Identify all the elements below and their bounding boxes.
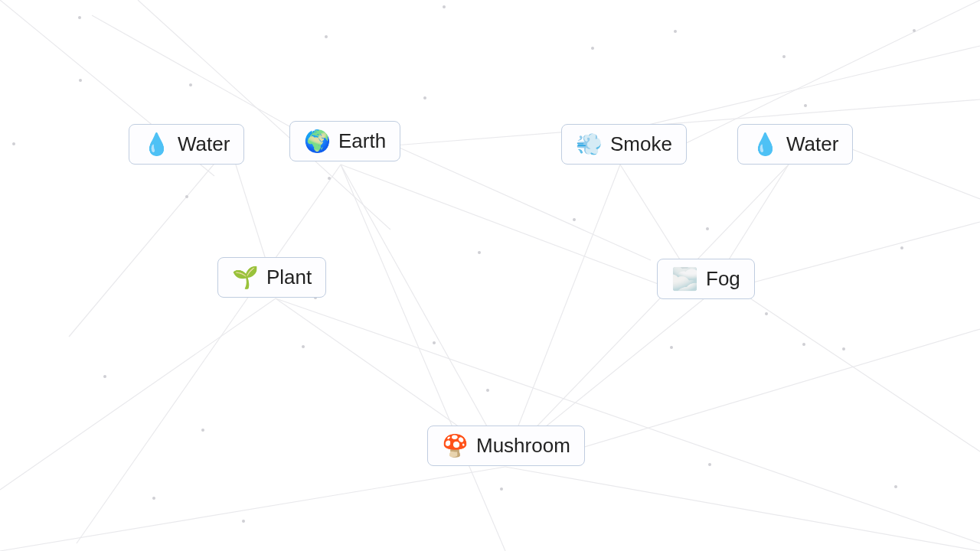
element-label: Mushroom	[476, 434, 570, 458]
element-card-earth[interactable]: 🌍Earth	[289, 121, 400, 161]
element-label: Fog	[706, 267, 740, 291]
element-card-fog[interactable]: 🌫️Fog	[657, 259, 755, 299]
element-label: Smoke	[610, 132, 672, 156]
element-card-smoke[interactable]: 💨Smoke	[561, 124, 687, 165]
water-drop-icon: 💧	[752, 134, 779, 155]
earth-icon: 🌍	[304, 131, 331, 152]
plant-icon: 🌱	[232, 267, 259, 289]
element-label: Water	[786, 132, 838, 156]
element-label: Earth	[338, 129, 386, 153]
fog-icon: 🌫️	[671, 269, 698, 290]
water-drop-icon: 💧	[143, 134, 170, 155]
smoke-icon: 💨	[576, 134, 603, 155]
element-card-water[interactable]: 💧Water	[129, 124, 244, 165]
element-card-water[interactable]: 💧Water	[737, 124, 853, 165]
mushroom-icon: 🍄	[442, 435, 469, 457]
element-card-mushroom[interactable]: 🍄Mushroom	[427, 425, 585, 466]
element-label: Water	[178, 132, 230, 156]
play-area[interactable]: 💧Water🌍Earth💨Smoke💧Water🌱Plant🌫️Fog🍄Mush…	[0, 0, 980, 551]
element-label: Plant	[266, 266, 312, 289]
element-card-plant[interactable]: 🌱Plant	[217, 257, 326, 298]
